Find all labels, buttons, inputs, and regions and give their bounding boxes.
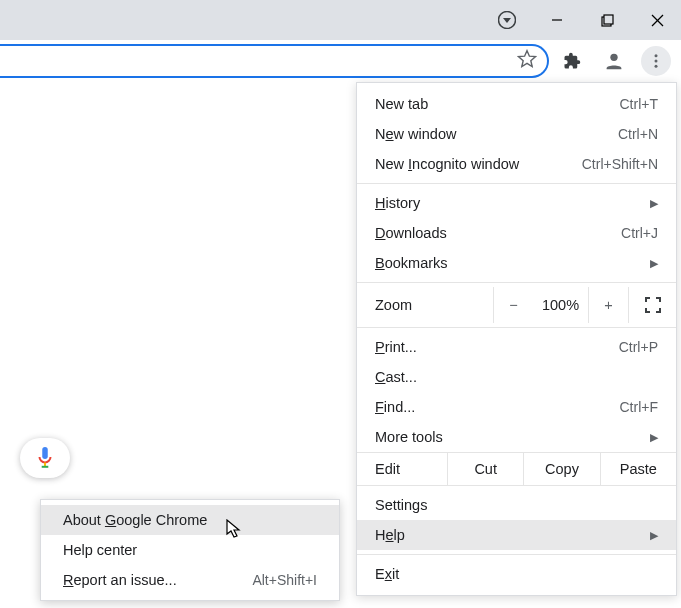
submenu-about-chrome[interactable]: About Google Chrome — [41, 505, 339, 535]
menu-label: New Incognito window — [375, 156, 519, 172]
svg-point-9 — [655, 65, 658, 68]
menu-label: New window — [375, 126, 456, 142]
more-menu-button[interactable] — [641, 46, 671, 76]
zoom-value: 100% — [533, 297, 588, 313]
menu-zoom-row: Zoom − 100% + — [357, 287, 676, 323]
chevron-right-icon: ▶ — [650, 431, 658, 444]
chevron-right-icon: ▶ — [650, 529, 658, 542]
address-bar[interactable] — [0, 44, 549, 78]
menu-separator — [357, 183, 676, 184]
zoom-in-button[interactable]: + — [588, 287, 628, 323]
menu-settings[interactable]: Settings — [357, 490, 676, 520]
menu-shortcut: Ctrl+N — [618, 126, 658, 142]
chrome-main-menu: New tab Ctrl+T New window Ctrl+N New Inc… — [356, 82, 677, 596]
menu-label: Bookmarks — [375, 255, 448, 271]
menu-label: More tools — [375, 429, 443, 445]
menu-new-tab[interactable]: New tab Ctrl+T — [357, 89, 676, 119]
submenu-help-center[interactable]: Help center — [41, 535, 339, 565]
menu-label: About Google Chrome — [63, 512, 207, 528]
menu-label: New tab — [375, 96, 428, 112]
menu-label: Print... — [375, 339, 417, 355]
menu-shortcut: Ctrl+T — [620, 96, 659, 112]
zoom-out-button[interactable]: − — [493, 287, 533, 323]
profile-avatar-icon[interactable] — [599, 46, 629, 76]
cut-button[interactable]: Cut — [447, 453, 523, 485]
menu-new-incognito[interactable]: New Incognito window Ctrl+Shift+N — [357, 149, 676, 179]
paste-button[interactable]: Paste — [600, 453, 676, 485]
account-indicator-icon[interactable] — [493, 6, 521, 34]
menu-label: Settings — [375, 497, 427, 513]
menu-separator — [357, 554, 676, 555]
menu-label: Find... — [375, 399, 415, 415]
menu-label: Help center — [63, 542, 137, 558]
submenu-report-issue[interactable]: Report an issue... Alt+Shift+I — [41, 565, 339, 595]
menu-label: Cast... — [375, 369, 417, 385]
chevron-right-icon: ▶ — [650, 257, 658, 270]
help-submenu: About Google Chrome Help center Report a… — [40, 499, 340, 601]
bookmark-star-icon[interactable] — [517, 49, 537, 73]
menu-shortcut: Ctrl+P — [619, 339, 658, 355]
menu-label: Help — [375, 527, 405, 543]
menu-new-window[interactable]: New window Ctrl+N — [357, 119, 676, 149]
menu-shortcut: Ctrl+J — [621, 225, 658, 241]
menu-edit-row: Edit Cut Copy Paste — [357, 452, 676, 486]
menu-label: Report an issue... — [63, 572, 177, 588]
menu-print[interactable]: Print... Ctrl+P — [357, 332, 676, 362]
window-close-button[interactable] — [643, 6, 671, 34]
svg-point-8 — [655, 60, 658, 63]
menu-shortcut: Ctrl+Shift+N — [582, 156, 658, 172]
voice-search-button[interactable] — [20, 438, 70, 478]
menu-shortcut: Ctrl+F — [620, 399, 659, 415]
microphone-icon — [37, 447, 53, 469]
menu-bookmarks[interactable]: Bookmarks ▶ — [357, 248, 676, 278]
menu-help[interactable]: Help ▶ — [357, 520, 676, 550]
menu-separator — [357, 282, 676, 283]
svg-rect-10 — [42, 447, 48, 459]
menu-downloads[interactable]: Downloads Ctrl+J — [357, 218, 676, 248]
menu-cast[interactable]: Cast... — [357, 362, 676, 392]
menu-label: Exit — [375, 566, 399, 582]
window-titlebar — [0, 0, 681, 40]
menu-label: Zoom — [357, 297, 493, 313]
fullscreen-button[interactable] — [628, 287, 676, 323]
svg-rect-3 — [604, 15, 613, 24]
menu-find[interactable]: Find... Ctrl+F — [357, 392, 676, 422]
menu-shortcut: Alt+Shift+I — [252, 572, 317, 588]
browser-toolbar — [0, 40, 681, 82]
menu-more-tools[interactable]: More tools ▶ — [357, 422, 676, 452]
menu-label: Downloads — [375, 225, 447, 241]
svg-point-7 — [655, 54, 658, 57]
menu-label: History — [375, 195, 420, 211]
menu-label: Edit — [357, 453, 447, 485]
fullscreen-icon — [645, 297, 661, 313]
menu-history[interactable]: History ▶ — [357, 188, 676, 218]
extensions-icon[interactable] — [557, 46, 587, 76]
copy-button[interactable]: Copy — [523, 453, 599, 485]
menu-separator — [357, 327, 676, 328]
window-maximize-button[interactable] — [593, 6, 621, 34]
menu-exit[interactable]: Exit — [357, 559, 676, 589]
window-minimize-button[interactable] — [543, 6, 571, 34]
svg-point-6 — [610, 54, 617, 61]
chevron-right-icon: ▶ — [650, 197, 658, 210]
